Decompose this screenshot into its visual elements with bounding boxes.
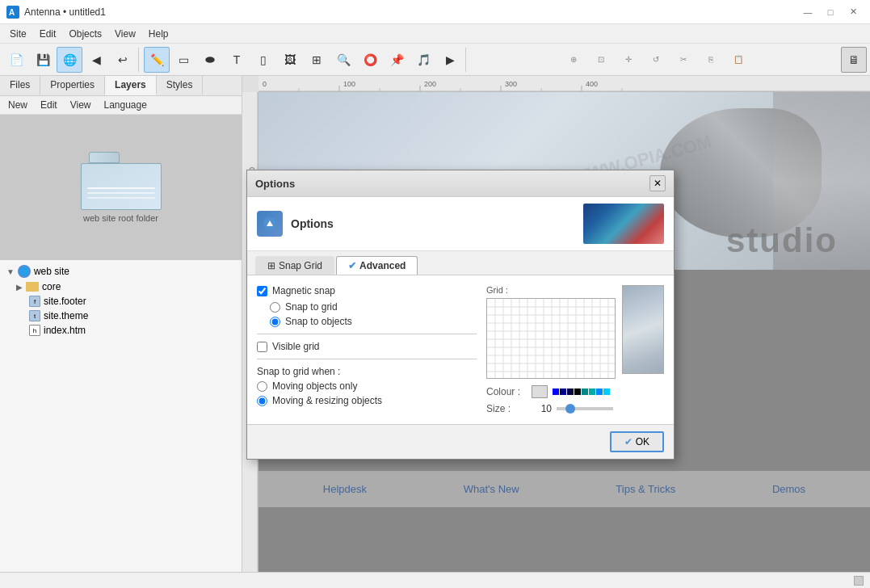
tab-files[interactable]: Files — [0, 76, 40, 95]
tb-copy[interactable]: ⎘ — [698, 47, 724, 73]
tb-web[interactable]: 🌐 — [57, 47, 82, 73]
nav-tips[interactable]: Tips & Tricks — [616, 483, 675, 495]
colour-skyblue[interactable] — [603, 388, 610, 395]
tab-styles[interactable]: Styles — [157, 76, 204, 95]
tree-item-index-label: index.htm — [44, 325, 86, 336]
magnetic-snap-checkbox[interactable] — [257, 286, 267, 296]
options-left: Magnetic snap Snap to grid Snap to objec… — [257, 285, 477, 414]
svg-text:200: 200 — [424, 80, 436, 88]
colour-ltblue[interactable] — [596, 388, 603, 395]
magnetic-snap-label: Magnetic snap — [272, 285, 335, 296]
tb-undo[interactable]: ↩ — [110, 47, 136, 73]
snap-to-grid-radio[interactable] — [270, 302, 280, 313]
menu-help[interactable]: Help — [142, 27, 175, 41]
svg-text:100: 100 — [343, 80, 355, 88]
tree-item-site-theme[interactable]: t site.theme — [0, 309, 242, 323]
size-value: 10 — [532, 403, 552, 414]
tb-rotate[interactable]: ↺ — [643, 47, 669, 73]
tb-media[interactable]: 🎵 — [410, 47, 436, 73]
tab-properties[interactable]: Properties — [40, 76, 105, 95]
colour-cyan[interactable] — [589, 388, 595, 395]
tb-shape[interactable]: ⬬ — [197, 47, 223, 73]
menu-objects[interactable]: Objects — [62, 27, 108, 41]
tb-play[interactable]: ▶ — [437, 47, 463, 73]
moving-resizing-label: Moving & resizing objects — [272, 395, 382, 406]
tb-zoom[interactable]: 🔍 — [330, 47, 356, 73]
colour-blue1[interactable] — [553, 388, 559, 395]
submenu-edit[interactable]: Edit — [37, 99, 61, 111]
nav-demos[interactable]: Demos — [772, 483, 805, 495]
nav-whats-new[interactable]: What's New — [464, 483, 519, 495]
tree-root-item[interactable]: ▼ 🌐 web site — [0, 263, 242, 279]
web-site-icon: 🌐 — [18, 265, 31, 278]
tb-text[interactable]: T — [224, 47, 250, 73]
menu-site[interactable]: Site — [3, 27, 33, 41]
visible-grid-row: Visible grid — [257, 341, 477, 352]
visible-grid-checkbox[interactable] — [257, 342, 267, 352]
window-controls: — □ ✕ — [797, 4, 864, 20]
tree-item-site-footer[interactable]: f site.footer — [0, 294, 242, 309]
ok-label: OK — [636, 436, 649, 447]
right-preview-image — [622, 285, 664, 374]
submenu-language[interactable]: Language — [101, 99, 150, 111]
left-panel: Files Properties Layers Styles New Edit … — [0, 76, 242, 572]
snap-to-objects-label: Snap to objects — [285, 316, 352, 327]
svg-text:A: A — [9, 8, 15, 17]
scroll-indicator — [854, 576, 864, 586]
tb-paste[interactable]: 📋 — [725, 47, 751, 73]
tb-new[interactable]: 📄 — [3, 47, 29, 73]
tb-anchor[interactable]: 📌 — [384, 47, 410, 73]
close-button[interactable]: ✕ — [843, 4, 864, 20]
core-folder-icon — [26, 282, 39, 292]
colour-palette — [553, 388, 611, 395]
size-slider[interactable] — [557, 407, 613, 410]
grid-label: Grid : — [486, 285, 616, 295]
menu-edit[interactable]: Edit — [33, 27, 63, 41]
snap-to-objects-radio[interactable] — [270, 317, 280, 327]
grid-section: Grid : — [486, 285, 616, 414]
minimize-button[interactable]: — — [797, 4, 818, 20]
tab-layers[interactable]: Layers — [105, 76, 157, 95]
options-dialog[interactable]: Options ✕ Options ⊞ Snap Grid ✔ Advanc — [246, 170, 675, 460]
toolbar: 📄 💾 🌐 ◀ ↩ ✏️ ▭ ⬬ T ▯ 🖼 ⊞ 🔍 ⭕ 📌 🎵 ▶ ⊕ ⊡ ✛… — [0, 44, 870, 76]
status-bar — [0, 572, 870, 588]
menu-view[interactable]: View — [108, 27, 142, 41]
tb-edit[interactable]: ✏️ — [144, 47, 170, 73]
tb-cursor[interactable]: ⊕ — [561, 47, 586, 73]
submenu-new[interactable]: New — [5, 99, 31, 111]
tb-image[interactable]: 🖼 — [277, 47, 303, 73]
colour-teal[interactable] — [582, 388, 588, 395]
colour-swatch-white[interactable] — [532, 385, 548, 398]
tb-monitor[interactable]: 🖥 — [841, 47, 867, 73]
tab-advanced[interactable]: ✔ Advanced — [336, 256, 418, 275]
tree-item-index[interactable]: h index.htm — [0, 323, 242, 338]
submenu-view[interactable]: View — [67, 99, 95, 111]
tb-rect[interactable]: ▭ — [170, 47, 196, 73]
dialog-close-button[interactable]: ✕ — [649, 175, 666, 191]
tree-item-core[interactable]: ▶ core — [0, 279, 242, 294]
menu-bar: Site Edit Objects View Help — [0, 24, 870, 44]
tb-select[interactable]: ⊡ — [588, 47, 614, 73]
ok-icon: ✔ — [624, 436, 633, 447]
magnetic-snap-row: Magnetic snap — [257, 285, 477, 296]
tb-cut[interactable]: ✂ — [670, 47, 696, 73]
tb-back[interactable]: ◀ — [83, 47, 109, 73]
tb-frame[interactable]: ▯ — [250, 47, 276, 73]
moving-only-radio[interactable] — [257, 381, 267, 392]
tb-table[interactable]: ⊞ — [304, 47, 330, 73]
snap-when-section: Snap to grid when : Moving objects only … — [257, 366, 477, 406]
ok-button[interactable]: ✔ OK — [610, 431, 664, 452]
maximize-button[interactable]: □ — [820, 4, 841, 20]
moving-resizing-radio[interactable] — [257, 396, 267, 406]
tb-save[interactable]: 💾 — [30, 47, 56, 73]
nav-helpdesk[interactable]: Helpdesk — [323, 483, 367, 495]
colour-blue2[interactable] — [560, 388, 566, 395]
options-section: Magnetic snap Snap to grid Snap to objec… — [257, 285, 664, 414]
window-title: Antenna • untitled1 — [24, 6, 106, 18]
colour-darkblue[interactable] — [567, 388, 574, 395]
tb-circle[interactable]: ⭕ — [357, 47, 383, 73]
tab-snap-grid[interactable]: ⊞ Snap Grid — [255, 256, 334, 275]
panel-submenu: New Edit View Language — [0, 96, 242, 115]
tb-move[interactable]: ✛ — [616, 47, 641, 73]
colour-black[interactable] — [574, 388, 581, 395]
